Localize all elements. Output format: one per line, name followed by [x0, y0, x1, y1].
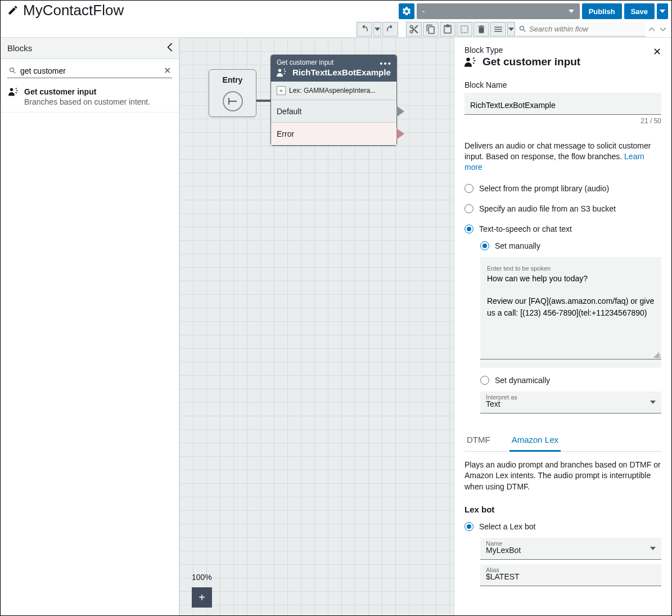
chevron-down-icon [650, 401, 656, 404]
search-prev[interactable] [647, 24, 657, 34]
chevron-down-icon [650, 547, 656, 550]
radio-label: Specify an audio file from an S3 bucket [479, 204, 616, 213]
entry-node[interactable]: Entry [209, 69, 256, 117]
person-talk-icon [8, 87, 21, 96]
blocks-panel: Blocks ✕ Get customer input Branches bas… [1, 38, 179, 615]
radio-set-manually[interactable]: Set manually [480, 241, 661, 250]
lex-summary: Lex: GAMMAspenlepIntera... [289, 87, 376, 95]
lex-bot-name-select[interactable]: Name MyLexBot [480, 538, 661, 560]
notes-button[interactable] [490, 22, 506, 37]
redo-button[interactable] [382, 22, 398, 37]
output-default[interactable]: Default [271, 100, 396, 123]
save-dropdown[interactable] [657, 3, 668, 19]
properties-panel: Block Type Get customer input ✕ Block Na… [454, 38, 671, 615]
bot-alias-label: Alias [486, 566, 499, 573]
redo-icon [385, 24, 395, 34]
node-menu[interactable]: ••• [380, 59, 392, 68]
undo-button[interactable] [357, 22, 372, 37]
block-result-item[interactable]: Get customer input Branches based on cus… [1, 82, 179, 113]
resize-handle[interactable] [653, 352, 659, 358]
flow-title: MyContactFlow [23, 2, 124, 19]
save-button[interactable]: Save [624, 3, 655, 19]
bot-name-label: Name [486, 540, 502, 547]
flow-search-input[interactable] [529, 25, 643, 33]
radio-prompt-library[interactable]: Select from the prompt library (audio) [464, 184, 661, 193]
flow-version-label: - [422, 7, 425, 16]
bot-name-value: MyLexBot [486, 546, 656, 555]
radio-icon [464, 204, 473, 213]
select-all-button[interactable] [457, 22, 472, 37]
search-next[interactable] [658, 24, 668, 34]
block-result-name: Get customer input [24, 87, 96, 96]
gear-icon [402, 6, 412, 16]
radio-label: Set manually [495, 241, 540, 250]
collapse-blocks[interactable] [166, 43, 172, 53]
chevron-down-icon [375, 28, 380, 31]
publish-button[interactable]: Publish [582, 3, 622, 19]
chevron-down-icon [508, 28, 514, 31]
add-lex-button[interactable]: + [277, 86, 286, 95]
radio-s3-audio[interactable]: Specify an audio file from an S3 bucket [464, 204, 661, 213]
flow-node-type: Get customer input [277, 59, 391, 66]
radio-icon [464, 184, 473, 193]
close-panel[interactable]: ✕ [653, 46, 661, 58]
clear-search[interactable]: ✕ [164, 65, 171, 76]
header: MyContactFlow - Publish Save [1, 1, 671, 38]
chevron-up-icon [649, 28, 655, 31]
blocks-panel-title: Blocks [7, 43, 32, 53]
person-talk-icon [277, 68, 289, 77]
radio-label: Set dynamically [495, 376, 550, 385]
trash-icon [476, 24, 486, 34]
search-icon [8, 66, 17, 75]
flow-version-dropdown[interactable]: - [417, 3, 580, 19]
tab-amazon-lex[interactable]: Amazon Lex [509, 429, 561, 452]
delete-button[interactable] [473, 22, 489, 37]
flow-search[interactable] [516, 22, 646, 37]
bot-alias-value: $LATEST [486, 572, 656, 581]
flow-node-name: RichTextLexBotExample [292, 68, 391, 77]
copy-button[interactable] [423, 22, 439, 37]
block-description: Delivers an audio or chat message to sol… [464, 141, 661, 173]
person-talk-icon [464, 57, 479, 67]
radio-icon [480, 241, 489, 250]
tab-dtmf[interactable]: DTMF [464, 429, 493, 451]
radio-icon [464, 522, 473, 531]
radio-tts[interactable]: Text-to-speech or chat text [464, 224, 661, 233]
radio-label: Select from the prompt library (audio) [479, 184, 609, 193]
lex-bot-alias-select[interactable]: Alias $LATEST [480, 564, 661, 586]
radio-label: Text-to-speech or chat text [479, 224, 572, 233]
canvas[interactable]: 100% + Entry Get customer input RichText… [179, 38, 454, 615]
tab-description: Plays an audio prompt and branches based… [464, 460, 661, 493]
interpret-value: Text [486, 399, 656, 408]
copy-icon [426, 24, 436, 34]
clipboard-icon [443, 24, 453, 34]
scissors-icon [409, 24, 419, 34]
tts-placeholder: Enter text to be spoken [487, 265, 551, 272]
char-counter: 21 / 50 [464, 117, 661, 125]
search-icon [518, 25, 527, 33]
radio-set-dynamically[interactable]: Set dynamically [480, 376, 661, 385]
output-port-icon[interactable] [396, 128, 404, 140]
radio-label: Select a Lex bot [479, 522, 535, 531]
output-error[interactable]: Error [271, 123, 396, 145]
block-result-desc: Branches based on customer intent. [24, 97, 171, 106]
paste-button[interactable] [440, 22, 455, 37]
zoom-in-button[interactable]: + [192, 587, 212, 608]
output-port-icon[interactable] [396, 106, 404, 117]
undo-icon [359, 24, 369, 34]
tts-textarea[interactable] [480, 264, 661, 359]
cut-button[interactable] [406, 22, 422, 37]
block-type-label: Block Type [464, 46, 580, 55]
notes-dropdown[interactable] [507, 22, 515, 37]
chevron-down-icon [660, 10, 665, 13]
interpret-as-select[interactable]: Interpret as Text [480, 392, 661, 413]
undo-dropdown[interactable] [373, 22, 381, 37]
settings-button[interactable] [399, 3, 414, 19]
block-name-input[interactable] [464, 93, 661, 115]
flow-node-get-customer-input[interactable]: Get customer input RichTextLexBotExample… [270, 55, 397, 146]
entry-port[interactable] [223, 91, 243, 111]
radio-select-lex-bot[interactable]: Select a Lex bot [464, 522, 661, 531]
entry-label: Entry [209, 75, 256, 84]
edit-icon[interactable] [7, 5, 19, 16]
blocks-search-input[interactable] [20, 66, 164, 75]
